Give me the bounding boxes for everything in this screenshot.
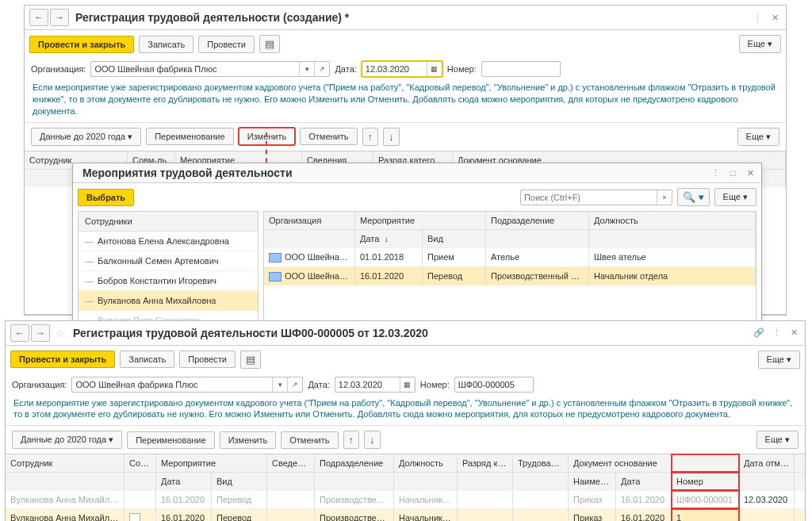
events-popup: Мероприятия трудовой деятельности ⋮ □ ✕ …	[72, 163, 762, 337]
window-document: ← → ☆ Регистрация трудовой деятельности …	[5, 320, 806, 521]
col-name[interactable]: Наименование	[569, 473, 616, 490]
org-label: Организация:	[31, 64, 86, 74]
col-rank[interactable]: Разряд категория	[458, 454, 513, 472]
data-before-button[interactable]: Данные до 2020 года ▾	[12, 431, 122, 449]
col-no[interactable]: Номер	[672, 473, 739, 490]
attachments-button[interactable]: ▤	[240, 351, 261, 369]
sub-toolbar: Данные до 2020 года ▾ Переименование Изм…	[6, 425, 805, 454]
clear-icon[interactable]: ×	[657, 190, 672, 205]
write-button[interactable]: Записать	[139, 36, 193, 53]
org-combo[interactable]: ООО Швейная фабрика Плюс ▾ ↗	[90, 61, 330, 77]
data-before-button[interactable]: Данные до 2020 года ▾	[31, 128, 141, 146]
change-button[interactable]: Изменить	[239, 128, 296, 145]
search-input[interactable]: ×	[520, 190, 672, 205]
org-icon	[269, 253, 282, 262]
col-kind[interactable]: Вид	[212, 473, 267, 490]
col-combined[interactable]: Совм-ль	[124, 454, 156, 472]
chevron-down-icon[interactable]: ▾	[299, 62, 314, 76]
more-button[interactable]: Еще ▾	[739, 35, 781, 53]
open-ref-icon[interactable]: ↗	[314, 62, 329, 76]
move-up-button[interactable]: ↑	[362, 128, 379, 146]
popup-title: Мероприятия трудовой деятельности	[82, 167, 709, 179]
col-org[interactable]: Организация	[264, 212, 355, 229]
col-position[interactable]: Должность	[589, 212, 756, 229]
col-department[interactable]: Подразделение	[315, 454, 394, 472]
close-icon[interactable]: ✕	[768, 11, 781, 24]
number-field[interactable]	[481, 61, 561, 77]
col-labor-func[interactable]: Трудовая функция	[513, 454, 569, 472]
col-department[interactable]: Подразделение	[486, 212, 589, 229]
link-icon[interactable]: 🔗	[753, 327, 765, 339]
post-close-button[interactable]: Провести и закрыть	[29, 36, 134, 53]
move-down-button[interactable]: ↓	[383, 128, 400, 146]
rename-button[interactable]: Переименование	[146, 128, 233, 145]
table-row[interactable]: ООО Швейная фа... 01.01.2018 Прием Атель…	[264, 247, 756, 266]
col-position[interactable]: Должность	[394, 454, 458, 472]
select-button[interactable]: Выбрать	[78, 189, 134, 206]
post-button[interactable]: Провести	[179, 351, 236, 368]
list-item[interactable]: Вулканова Анна Михайловна	[79, 291, 258, 311]
col-kind[interactable]: Вид	[423, 230, 486, 247]
checkbox[interactable]	[129, 513, 140, 521]
titlebar: ← → Регистрация трудовой деятельности (с…	[25, 6, 786, 30]
calendar-icon[interactable]: ▦	[427, 62, 442, 76]
date-field[interactable]: 12.03.2020 ▦	[335, 377, 416, 393]
titlebar: ← → ☆ Регистрация трудовой деятельности …	[6, 321, 805, 346]
nav-forward[interactable]: →	[50, 9, 69, 26]
col-date[interactable]: Дата ↓	[355, 230, 423, 247]
org-combo[interactable]: ООО Швейная фабрика Плюс ▾ ↗	[71, 377, 303, 393]
rename-button[interactable]: Переименование	[127, 431, 214, 449]
attachments-button[interactable]: ▤	[259, 35, 280, 53]
menu-icon[interactable]: ⋮	[770, 327, 783, 339]
date-label: Дата:	[335, 64, 356, 74]
col-event[interactable]: Мероприятие	[355, 212, 486, 229]
sub-more-button[interactable]: Еще ▾	[737, 128, 779, 146]
main-toolbar: Провести и закрыть Записать Провести ▤ Е…	[6, 346, 805, 374]
popup-close-icon[interactable]: ✕	[744, 167, 756, 179]
window-title: Регистрация трудовой деятельности (созда…	[75, 11, 751, 24]
window-create: ← → Регистрация трудовой деятельности (с…	[24, 5, 787, 316]
open-ref-icon[interactable]: ↗	[287, 377, 302, 392]
chevron-down-icon[interactable]: ▾	[272, 377, 287, 392]
popup-menu-icon[interactable]: ⋮	[709, 167, 722, 179]
nav-forward[interactable]: →	[31, 324, 50, 342]
info-text: Если мероприятие уже зарегистрировано до…	[6, 396, 805, 426]
favorite-icon[interactable]: ☆	[55, 327, 65, 339]
col-date[interactable]: Дата	[156, 473, 212, 490]
date-field[interactable]: 12.03.2020 ▦	[362, 61, 442, 77]
list-item[interactable]: Бобров Константин Игоревич	[79, 271, 258, 291]
col-document[interactable]: Документ основание	[569, 454, 672, 472]
nav-back[interactable]: ←	[10, 324, 29, 342]
col-cancel-date[interactable]: Дата отмены	[739, 454, 795, 472]
number-field[interactable]: ШФ00-000005	[454, 377, 534, 393]
menu-icon[interactable]: ⋮	[751, 11, 764, 24]
cancel-button[interactable]: Отменить	[281, 431, 338, 449]
post-close-button[interactable]: Провести и закрыть	[10, 351, 115, 368]
table-row[interactable]: Вулканова Анна Михайловна 16.01.2020 Пер…	[6, 490, 805, 508]
search-button[interactable]: 🔍 ▾	[677, 188, 710, 206]
close-icon[interactable]: ✕	[787, 327, 800, 339]
col-dt[interactable]: Дата	[616, 473, 672, 490]
table-row[interactable]: ООО Швейная фа... 16.01.2020 Перевод Про…	[264, 266, 756, 285]
col-details[interactable]: Сведения	[267, 454, 315, 472]
sub-more-button[interactable]: Еще ▾	[756, 431, 799, 449]
table-row[interactable]: Вулканова Анна Михайловна 16.01.2020 Пер…	[6, 508, 805, 521]
post-button[interactable]: Провести	[198, 36, 255, 53]
employee-list: Сотрудники Антонова Елена Александровна …	[78, 211, 259, 331]
col-employee[interactable]: Сотрудник	[6, 454, 124, 472]
move-up-button[interactable]: ↑	[343, 431, 360, 449]
list-item[interactable]: Антонова Елена Александровна	[79, 232, 258, 251]
move-down-button[interactable]: ↓	[364, 431, 381, 449]
col-event[interactable]: Мероприятие	[156, 454, 267, 472]
nav-back[interactable]: ←	[29, 9, 48, 26]
col-no[interactable]	[672, 454, 739, 472]
main-toolbar: Провести и закрыть Записать Провести ▤ Е…	[25, 30, 786, 58]
calendar-icon[interactable]: ▦	[400, 377, 415, 392]
list-item[interactable]: Балконный Семен Артемович	[79, 251, 258, 271]
change-button[interactable]: Изменить	[220, 431, 277, 449]
popup-maximize-icon[interactable]: □	[726, 167, 739, 179]
more-button[interactable]: Еще ▾	[758, 351, 800, 369]
popup-more-button[interactable]: Еще ▾	[714, 188, 756, 206]
write-button[interactable]: Записать	[120, 351, 174, 368]
cancel-button[interactable]: Отменить	[300, 128, 357, 145]
